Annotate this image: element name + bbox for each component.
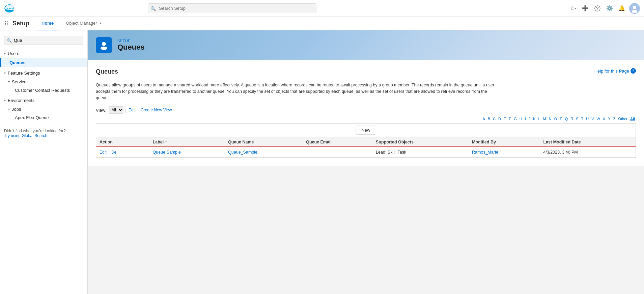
sidebar-section-environments: ▾ Environments ▾ Jobs Apex Flex Queue (0, 96, 87, 122)
tab-home[interactable]: Home (36, 17, 59, 30)
row-label-cell: Queue Sample (149, 147, 225, 158)
queue-sample-link[interactable]: Queue Sample (153, 150, 181, 155)
col-header-last-modified: Last Modified Date (540, 137, 636, 147)
sidebar-search-input[interactable] (4, 36, 83, 45)
alpha-T[interactable]: T (580, 116, 585, 121)
alpha-L[interactable]: L (537, 116, 541, 121)
edit-queue-link[interactable]: Edit (100, 150, 107, 155)
queue-name-link[interactable]: Queue_Sample (228, 150, 257, 155)
alpha-X[interactable]: X (602, 116, 606, 121)
top-search-icon: 🔍 (150, 6, 156, 11)
row-action-cell: Edit | Del (96, 147, 149, 158)
users-collapse-icon: ▾ (4, 52, 6, 55)
alpha-D[interactable]: D (497, 116, 502, 121)
alpha-W[interactable]: W (596, 116, 601, 121)
queues-description: Queues allow groups of users to manage a… (96, 82, 501, 101)
sidebar-item-apex-flex-queue[interactable]: Apex Flex Queue (0, 113, 87, 122)
sidebar-item-queues[interactable]: Queues (0, 58, 87, 67)
view-label: View: (96, 108, 107, 113)
row-last-modified-date-cell: 4/3/2023, 3:46 PM (540, 147, 636, 158)
svg-point-8 (101, 47, 107, 50)
top-nav-search-wrapper: 🔍 (148, 3, 316, 13)
view-bar: View: All | Edit | Create New View (96, 106, 636, 114)
alpha-I[interactable]: I (524, 116, 527, 121)
second-nav: ⠿ Setup Home Object Manager ▾ (0, 17, 644, 30)
alpha-F[interactable]: F (508, 116, 512, 121)
alpha-Z[interactable]: Z (612, 116, 617, 121)
setup-label: Setup (12, 20, 29, 27)
sidebar-section-feature-settings-header[interactable]: ▾ Feature Settings (0, 69, 87, 78)
alpha-U[interactable]: U (585, 116, 590, 121)
tab-object-manager[interactable]: Object Manager ▾ (60, 17, 107, 30)
sidebar-item-customer-contact-requests[interactable]: Customer Contact Requests (0, 86, 87, 95)
queues-table: Action Label ↑ Queue Name Queue Email Su… (96, 137, 636, 158)
new-button-row: New (96, 124, 636, 137)
del-queue-link[interactable]: Del (111, 150, 117, 155)
alpha-All[interactable]: All (629, 116, 636, 121)
sidebar-section-environments-header[interactable]: ▾ Environments (0, 96, 87, 105)
alpha-H[interactable]: H (519, 116, 523, 121)
alpha-M[interactable]: M (542, 116, 547, 121)
col-header-queue-email: Queue Email (303, 137, 372, 147)
page-header-text: SETUP Queues (117, 39, 145, 52)
edit-view-link[interactable]: Edit (129, 108, 136, 112)
table-header-row: Action Label ↑ Queue Name Queue Email Su… (96, 137, 636, 147)
sidebar-section-feature-settings: ▾ Feature Settings ▾ Service Customer Co… (0, 69, 87, 95)
alpha-G[interactable]: G (513, 116, 518, 121)
alpha-C[interactable]: C (492, 116, 497, 121)
alpha-Other[interactable]: Other (617, 116, 628, 121)
queues-table-wrapper: New Action Label ↑ Queue Name Queue Emai… (96, 123, 636, 158)
alpha-Q[interactable]: Q (564, 116, 569, 121)
alpha-R[interactable]: R (569, 116, 574, 121)
object-manager-dropdown-icon: ▾ (100, 21, 102, 25)
global-search-link[interactable]: Try using Global Search. (4, 133, 49, 138)
new-queue-button[interactable]: New (356, 126, 376, 135)
page-header-title: Queues (117, 43, 145, 52)
create-new-view-link[interactable]: Create New View (141, 108, 172, 112)
col-header-action: Action (96, 137, 149, 147)
modified-by-link[interactable]: Ramos_Marie (472, 150, 498, 155)
favorites-button[interactable]: ☆ ▾ (568, 4, 578, 13)
help-for-this-page-link[interactable]: Help for this Page ? (594, 68, 636, 74)
notification-bell-icon[interactable]: 🔔 (617, 4, 626, 13)
alpha-V[interactable]: V (590, 116, 595, 121)
sidebar-footer: Didn't find what you're looking for? Try… (0, 123, 87, 143)
alpha-P[interactable]: P (559, 116, 563, 121)
sidebar-service-section[interactable]: ▾ Service (0, 78, 87, 86)
alpha-E[interactable]: E (503, 116, 507, 121)
pipe-separator: | (138, 108, 139, 113)
alpha-J[interactable]: J (528, 116, 532, 121)
alpha-N[interactable]: N (548, 116, 553, 121)
svg-point-3 (597, 9, 598, 10)
settings-icon[interactable]: ⚙️ (605, 4, 614, 13)
sidebar-search-container: 🔍 (0, 34, 87, 49)
help-icon: ? (631, 68, 636, 74)
alpha-K[interactable]: K (532, 116, 536, 121)
salesforce-logo: cloud (4, 4, 18, 13)
view-select[interactable]: All (109, 106, 123, 114)
sidebar-jobs-section[interactable]: ▾ Jobs (0, 105, 87, 113)
alpha-A[interactable]: A (481, 116, 486, 121)
top-nav-right: ☆ ▾ ➕ ⚙️ 🔔 (568, 3, 640, 14)
col-header-supported-objects: Supported Objects (372, 137, 469, 147)
svg-point-5 (633, 6, 636, 9)
user-avatar[interactable] (629, 3, 640, 14)
add-button[interactable]: ➕ (581, 4, 590, 13)
alpha-Y[interactable]: Y (607, 116, 611, 121)
table-row: Edit | Del Queue Sample Queue_Sample (96, 147, 636, 158)
page-header-banner: SETUP Queues (88, 30, 644, 60)
sidebar-section-users: ▾ Users Queues (0, 49, 87, 67)
row-modified-by-cell: Ramos_Marie (469, 147, 540, 158)
svg-point-6 (632, 10, 637, 13)
alpha-O[interactable]: O (553, 116, 558, 121)
content-area: SETUP Queues Help for this Page ? Queues… (88, 30, 644, 294)
view-separator: | (125, 108, 127, 113)
salesforce-help-icon[interactable] (593, 4, 602, 13)
alpha-S[interactable]: S (575, 116, 579, 121)
col-header-label[interactable]: Label ↑ (149, 137, 225, 147)
row-queue-name-cell: Queue_Sample (225, 147, 303, 158)
top-search-input[interactable] (148, 3, 316, 13)
app-grid-icon[interactable]: ⠿ (4, 20, 8, 27)
sidebar-section-users-header[interactable]: ▾ Users (0, 49, 87, 58)
alpha-B[interactable]: B (487, 116, 491, 121)
